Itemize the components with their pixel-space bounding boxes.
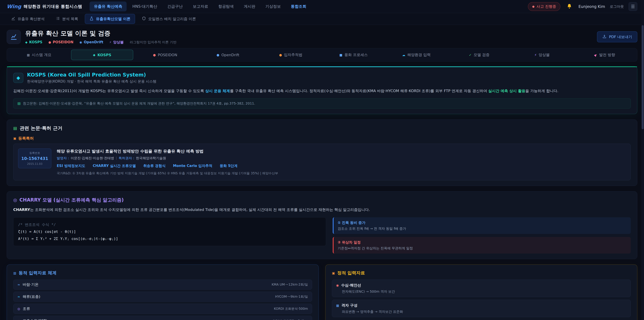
kosps-overview-card: ◆ KOSPS (Korea Oil Spill Prediction Syst… — [7, 66, 637, 114]
tide-icon: ◎ — [18, 307, 20, 310]
nav-item-hns-air-dispersion[interactable]: HNS·대기확산 — [128, 2, 162, 12]
wing-logo-icon: Wing — [7, 4, 21, 10]
tab-kosps[interactable]: ◆KOSPS — [71, 50, 133, 60]
app-root: Wing 해양환경 위기대응 통합시스템 유출유 확산예측 HNS·대기확산 긴… — [0, 0, 644, 320]
tab-opendrift[interactable]: ●OpenDrift — [197, 50, 259, 60]
phase-note-desc: 기준점↔격자점 간 위상차는 진폭에 무관하게 일정 — [338, 246, 627, 250]
overview-icon: ▦ — [27, 53, 30, 57]
evidence-title: 관련 논문·특허 근거 — [20, 125, 62, 131]
input-data-columns: ▥ 동적 입력자료 체계 ≈바람·기온 KMA UM·~12km·2회/일 ≈해… — [7, 264, 637, 320]
app-logo[interactable]: Wing 해양환경 위기대응 통합시스템 — [7, 4, 82, 10]
inventor-names: 이문진·김혜진·이승현·전태병 — [70, 156, 114, 160]
tag-wdc-formula[interactable]: 취송류 경험식 — [143, 163, 166, 168]
tag-weathering-stages[interactable]: 풍화 5단계 — [220, 163, 238, 168]
download-icon — [602, 34, 606, 40]
meta-divider: | — [116, 156, 117, 160]
kosps-reference-text: 참고문헌: 김혜진·이문진·오세웅·강준묵, “유출유 확산 예측 모델의 상시… — [23, 101, 255, 106]
kosps-diamond-icon: ◆ — [13, 73, 23, 83]
nav-item-oil-spill-prediction[interactable]: 유출유 확산예측 — [90, 2, 126, 12]
registration-number: 10-1567431 — [21, 156, 48, 161]
tab-system-overview[interactable]: ▦시스템 개요 — [8, 50, 70, 60]
nav-item-emergency-rescue[interactable]: 긴급구난 — [163, 2, 187, 12]
bolt-icon: ⚡ — [534, 53, 536, 57]
tag-charry-model[interactable]: CHARRY 실시간 조류모델 — [93, 163, 136, 168]
check-icon: ✓ — [469, 53, 472, 57]
page-header: 유출유 확산 모델 이론 및 검증 ◆KOSPS ●POSEIDON ◉Open… — [7, 29, 637, 45]
tab-future-direction[interactable]: ▲발전 방향 — [574, 50, 636, 60]
modulated-tide-formula-block: /* 변조조석 수식 */ ζ(t) = A(t) cos[σt - θ(t)]… — [13, 217, 326, 246]
ring-icon: ◉ — [80, 41, 82, 44]
static-input-title: ▣ 정적 입력자료 — [332, 270, 631, 276]
national-rnd-note: 국가R&D: ① 3차원 유출유 확산예측 기반 방제 지원기술 개발 (기여율… — [57, 171, 626, 176]
cloud-icon: ☁ — [402, 53, 405, 57]
shield-icon — [142, 16, 146, 22]
subtab-label: 분석 목록 — [62, 17, 78, 22]
page-scrollbar-track — [641, 0, 644, 320]
static-input-card: ▣ 정적 입력자료 ◉수심·해안선 전자해도(ENC) → 500m 격자 보간… — [325, 264, 637, 320]
main-content: 유출유 확산 모델 이론 및 검증 ◆KOSPS ●POSEIDON ◉Open… — [0, 29, 644, 320]
tab-ocean-env-input[interactable]: ☁해양환경 입력 — [386, 50, 448, 60]
patent-meta: 발명자 : 이문진·김혜진·이승현·전태병 | 특허권자 : 한국해양과학기술원 — [57, 156, 626, 160]
row-surface-current: ≈해류(표층) HYCOM·~9km·1회/일 — [13, 292, 312, 302]
static-input-rows: ◉수심·해안선 전자해도(ENC) → 500m 격자 보간 ▦격자 구성 좌표… — [332, 279, 631, 317]
sub-tab-bar: 유출유 확산분석 분석 목록 유출유확산모델 이론 오일펜스 배치 알고리즘 이… — [0, 13, 644, 25]
main-nav: 유출유 확산예측 HNS·대기확산 긴급구난 보고자료 항공탐색 게시판 기상정… — [90, 2, 310, 12]
patent-item: 등록번호 10-1567431 2015.11.03 해양 유류오염사고 발생시… — [13, 144, 631, 180]
tab-particle-tracking[interactable]: ●입자추적법 — [260, 50, 322, 60]
subtab-spill-analysis[interactable]: 유출유 확산분석 — [7, 14, 49, 24]
menu-button[interactable]: ☰ — [628, 2, 637, 11]
tab-poseidon[interactable]: ●POSEIDON — [134, 50, 196, 60]
circle-icon: ● — [48, 41, 51, 44]
pdf-export-label: PDF 내보내기 — [609, 34, 632, 40]
tag-monte-carlo[interactable]: Monte Carlo 입자추적 — [173, 163, 212, 168]
diamond-icon: ◆ — [25, 41, 28, 44]
nav-item-aerial-search[interactable]: 항공탐색 — [214, 2, 238, 12]
charry-header: ◎ CHARRY 모델 (실시간 조류예측 핵심 알고리즘) — [13, 197, 631, 203]
circle-icon: ● — [153, 53, 156, 57]
badge-kosps: ◆KOSPS — [25, 40, 42, 44]
formula-line-2: A²(t) = Σ Yᵢ² + 2Σ YᵢYⱼ cos[(σᵢ-σⱼ)t-(φᵢ… — [18, 235, 321, 242]
bar-chart-icon: ▥ — [13, 271, 16, 275]
bell-icon — [567, 4, 572, 10]
logout-button[interactable]: 로그아웃 — [610, 4, 624, 9]
tag-esi-map[interactable]: ESI 방제정보지도 — [57, 163, 85, 168]
app-title: 해양환경 위기대응 통합시스템 — [24, 4, 82, 9]
highlight-realtime-use: 실시간 예측 상시 활용 — [488, 89, 525, 93]
nav-item-integrated-search[interactable]: 통합조회 — [286, 2, 311, 12]
charry-grid: /* 변조조석 수식 */ ζ(t) = A(t) cos[σt - θ(t)]… — [13, 217, 631, 253]
incident-badge-label: 사고 진행중 — [536, 4, 556, 9]
dynamic-input-card: ▥ 동적 입력자료 체계 ≈바람·기온 KMA UM·~12km·2회/일 ≈해… — [7, 264, 319, 320]
flask-icon — [90, 16, 94, 22]
tab-ensemble[interactable]: ⚡앙상블 — [511, 50, 573, 60]
row-bathymetry-coastline: ◉수심·해안선 전자해도(ENC) → 500m 격자 보간 — [332, 279, 631, 297]
subtab-analysis-list[interactable]: 분석 목록 — [51, 14, 82, 24]
nav-item-reports[interactable]: 보고자료 — [188, 2, 213, 12]
patent-keyword-links: ESI 방제정보지도 CHARRY 실시간 조류모델 취송류 경험식 Monte… — [57, 163, 626, 168]
subtab-oil-fence-theory[interactable]: 오일펜스 배치 알고리즘 이론 — [137, 14, 200, 24]
notification-bell-button[interactable] — [565, 2, 574, 11]
row-sst: ●표층수온(SST) NOAA AVHRR·~5.4km — [13, 316, 312, 320]
list-icon — [56, 16, 60, 22]
evidence-header: ▤ 관련 논문·특허 근거 — [13, 125, 631, 131]
tab-weathering-process[interactable]: ■풍화 프로세스 — [323, 50, 384, 60]
patent-title: 해양 유류오염사고 발생시 효율적인 방제방안 수립을 위한 유출유 확산 예측… — [57, 149, 626, 154]
nav-item-board[interactable]: 게시판 — [240, 2, 260, 12]
nav-item-weather-info[interactable]: 기상정보 — [261, 2, 285, 12]
temperature-icon: ● — [18, 319, 20, 320]
subtab-label: 유출유 확산분석 — [18, 17, 44, 22]
formula-line-1: ζ(t) = A(t) cos[σt - θ(t)] — [18, 228, 321, 235]
user-name: Eunjeong Kim — [578, 4, 605, 9]
badge-opendrift: ◉OpenDrift — [80, 40, 103, 44]
book-icon: ▤ — [18, 101, 21, 105]
subtab-spill-model-theory[interactable]: 유출유확산모델 이론 — [85, 14, 135, 24]
layers-icon: ▤ — [13, 126, 17, 131]
registration-date: 2015.11.03 — [21, 162, 48, 165]
wave-icon: ≈ — [18, 295, 20, 298]
incident-status-badge[interactable]: ● 사고 진행중 — [528, 2, 560, 11]
dynamic-input-title: ▥ 동적 입력자료 체계 — [13, 270, 312, 276]
pdf-export-button[interactable]: PDF 내보내기 — [597, 31, 637, 42]
tab-model-validation[interactable]: ✓모델 검증 — [448, 50, 510, 60]
row-grid-composition: ▦격자 구성 좌표변환 → 영역추출 → 격자보간 표준화 — [332, 300, 631, 317]
kosps-subtitle: 한국해양연구원(KORDI) 개발 · 한국 해역 특화 유출유 확산 예측 상… — [27, 79, 156, 84]
page-scrollbar-thumb[interactable] — [642, 25, 644, 129]
